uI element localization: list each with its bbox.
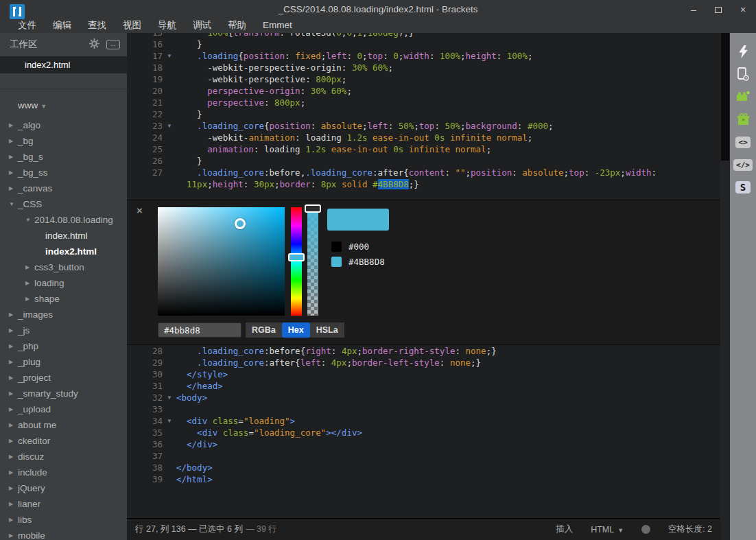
tree-folder-include[interactable]: ▶include (0, 465, 127, 480)
code-line[interactable]: 33 (127, 403, 720, 415)
code-line[interactable]: 25 animation: loading 1.2s ease-in-out 0… (127, 143, 720, 155)
code-line[interactable]: 38</body> (127, 462, 720, 473)
tree-folder-_js[interactable]: ▶_js (0, 322, 127, 338)
tree-folder-_smarty_study[interactable]: ▶_smarty_study (0, 386, 127, 401)
snippets-icon[interactable]: S (735, 180, 751, 195)
split-view-icon[interactable]: ↔ (106, 40, 120, 49)
code-slash-icon[interactable]: </> (735, 157, 751, 172)
menu-item-调试[interactable]: 调试 (185, 18, 220, 33)
code-line[interactable]: 32▼<body> (127, 392, 720, 403)
code-line[interactable]: 30 </style> (127, 368, 720, 380)
tree-folder-about-me[interactable]: ▶about me (0, 417, 127, 433)
working-file-item[interactable]: index2.html (0, 56, 127, 73)
code-line[interactable]: 15 100%{transform: rotate3d(0,0,1,180deg… (127, 33, 720, 38)
close-icon[interactable]: × (137, 204, 143, 216)
tree-folder-_upload[interactable]: ▶_upload (0, 401, 127, 417)
saturation-square[interactable] (158, 207, 285, 316)
code-line[interactable]: 28 .loading_core:before{right: 4px;borde… (127, 345, 720, 357)
editor[interactable]: 15 100%{transform: rotate3d(0,0,1,180deg… (127, 33, 720, 540)
fold-arrow-icon[interactable]: ▼ (163, 392, 176, 403)
code-line[interactable]: 34▼ <div class="loading"> (127, 415, 720, 427)
extension-manager-icon[interactable] (735, 89, 751, 104)
tree-folder-libs[interactable]: ▶libs (0, 512, 127, 528)
tree-folder-_CSS[interactable]: ▼_CSS (0, 196, 127, 212)
tree-folder-discuz[interactable]: ▶discuz (0, 449, 127, 465)
saturation-selector[interactable] (235, 218, 246, 229)
menu-item-查找[interactable]: 查找 (80, 18, 115, 33)
tree-folder-_algo[interactable]: ▶_algo (0, 117, 127, 133)
color-value-input[interactable] (158, 322, 241, 338)
fold-arrow-icon[interactable]: ▼ (163, 50, 176, 62)
tree-folder-_php[interactable]: ▶_php (0, 338, 127, 354)
maximize-button[interactable] (711, 3, 726, 16)
gift-icon[interactable] (735, 112, 751, 127)
menu-item-视图[interactable]: 视图 (115, 18, 150, 33)
code-line[interactable]: 17▼ .loading{position: fixed;left: 0;top… (127, 50, 720, 62)
gear-icon[interactable] (89, 38, 99, 51)
tree-folder-loading[interactable]: ▶loading (0, 275, 127, 291)
tree-file-index2.html[interactable]: index2.html (0, 244, 127, 259)
tree-folder-_plug[interactable]: ▶_plug (0, 354, 127, 370)
format-button-hsla[interactable]: HSLa (310, 322, 344, 338)
format-button-hex[interactable]: Hex (282, 322, 310, 338)
tree-folder-_bg_ss[interactable]: ▶_bg_ss (0, 165, 127, 180)
fold-arrow-icon[interactable]: ▼ (163, 415, 176, 427)
code-line[interactable]: 11px;height: 30px;border: 8px solid #4BB… (127, 178, 720, 190)
menu-item-导航[interactable]: 导航 (150, 18, 185, 33)
tree-folder-_bg_s[interactable]: ▶_bg_s (0, 149, 127, 165)
tree-folder-_images[interactable]: ▶_images (0, 307, 127, 322)
menu-item-文件[interactable]: 文件 (10, 18, 45, 33)
format-button-rgba[interactable]: RGBa (246, 322, 282, 338)
project-dropdown[interactable]: www▼ (0, 96, 127, 117)
code-line[interactable]: 20 perspective-origin: 30% 60%; (127, 85, 720, 97)
tree-folder-lianer[interactable]: ▶lianer (0, 496, 127, 512)
menu-item-Emmet[interactable]: Emmet (255, 19, 300, 32)
status-dot-icon[interactable] (641, 525, 650, 534)
code-angle-icon[interactable]: <> (735, 134, 751, 150)
code-line[interactable]: 29 .loading_core:after{left: 4px;border-… (127, 357, 720, 368)
code-line[interactable]: 16 } (127, 38, 720, 50)
color-swatch-item[interactable]: #000 (331, 242, 369, 252)
code-top[interactable]: 15 100%{transform: rotate3d(0,0,1,180deg… (127, 33, 720, 200)
code-line[interactable]: 18 -webkit-perspective-origin: 30% 60%; (127, 62, 720, 73)
live-preview-icon[interactable] (735, 44, 751, 59)
responsive-preview-icon[interactable] (735, 67, 751, 82)
menu-item-编辑[interactable]: 编辑 (45, 18, 80, 33)
code-line[interactable]: 26 } (127, 155, 720, 167)
tree-folder-2014.08.08.loading[interactable]: ▼2014.08.08.loading (0, 212, 127, 228)
opacity-slider[interactable] (307, 207, 318, 316)
tree-folder-css3_button[interactable]: ▶css3_button (0, 259, 127, 275)
tree-folder-_canvas[interactable]: ▶_canvas (0, 180, 127, 196)
tree-folder-shape[interactable]: ▶shape (0, 291, 127, 307)
tree-folder-_bg[interactable]: ▶_bg (0, 133, 127, 149)
minimize-button[interactable]: – (686, 3, 701, 16)
tree-folder-mobile[interactable]: ▶mobile (0, 528, 127, 540)
tree-folder-jQuery[interactable]: ▶jQuery (0, 480, 127, 496)
code-line[interactable]: 36 </div> (127, 438, 720, 450)
insert-mode-indicator[interactable]: 插入 (556, 524, 573, 535)
code-line[interactable]: 21 perspective: 800px; (127, 97, 720, 108)
code-bottom[interactable]: 28 .loading_core:before{right: 4px;borde… (127, 345, 720, 518)
hue-handle[interactable] (288, 253, 305, 261)
code-line[interactable]: 35 <div class="loading_core"></div> (127, 427, 720, 438)
code-line[interactable]: 19 -webkit-perspective: 800px; (127, 73, 720, 85)
code-line[interactable]: 24 -webkit-animation: loading 1.2s ease-… (127, 132, 720, 143)
tree-folder-_project[interactable]: ▶_project (0, 370, 127, 386)
opacity-handle[interactable] (305, 204, 321, 213)
scrollbar-thumb[interactable] (721, 33, 729, 161)
editor-scrollbar[interactable] (720, 33, 730, 540)
close-button[interactable]: × (735, 3, 751, 16)
menu-item-帮助[interactable]: 帮助 (220, 18, 255, 33)
fold-arrow-icon[interactable]: ▼ (163, 120, 176, 132)
tree-file-index.html[interactable]: index.html (0, 228, 127, 244)
spaces-setting[interactable]: 空格长度: 2 (668, 524, 712, 535)
code-line[interactable]: 31 </head> (127, 380, 720, 392)
code-line[interactable]: 27 .loading_core:before,.loading_core:af… (127, 167, 720, 178)
code-line[interactable]: 39</html> (127, 473, 720, 485)
code-line[interactable]: 37 (127, 450, 720, 462)
code-line[interactable]: 22 } (127, 108, 720, 120)
language-selector[interactable]: HTML▼ (591, 525, 624, 535)
color-swatch-item[interactable]: #4BB8D8 (331, 257, 385, 267)
code-line[interactable]: 23▼ .loading_core{position: absolute;lef… (127, 120, 720, 132)
hue-slider[interactable] (291, 207, 302, 316)
